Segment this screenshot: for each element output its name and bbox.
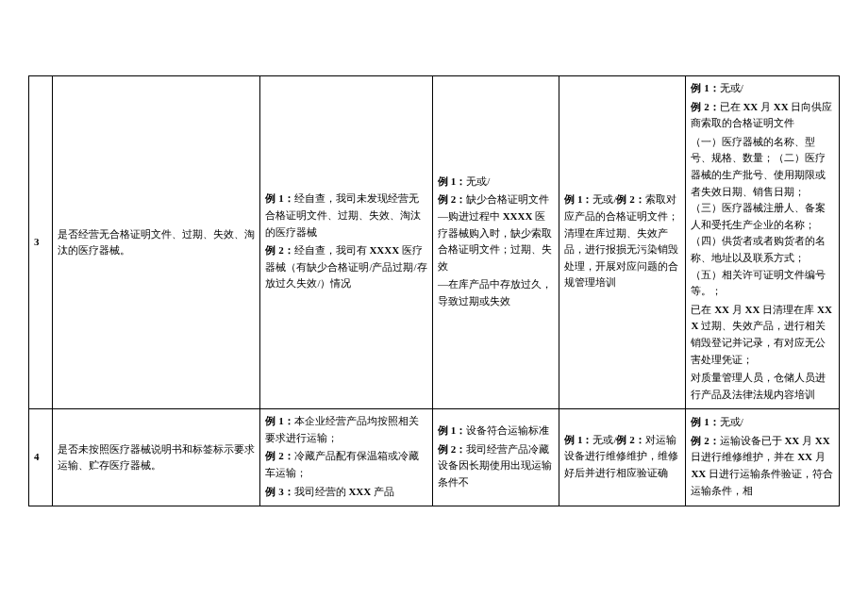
row-number: 4 [29, 409, 53, 506]
question-cell: 是否经营无合格证明文件、过期、失效、淘汰的医疗器械。 [53, 76, 260, 409]
col6-cell: 例 1：无或/ 例 2：运输设备已于 XX 月 XX 日进行维修维护，并在 XX… [686, 409, 840, 506]
col3-cell: 例 1：本企业经营产品均按照相关要求进行运输； 例 2：冷藏产品配有保温箱或冷藏… [260, 409, 432, 506]
row-number: 3 [29, 76, 53, 409]
table-row: 3 是否经营无合格证明文件、过期、失效、淘汰的医疗器械。 例 1：经自查，我司未… [29, 76, 840, 409]
col6-cell: 例 1：无或/ 例 2：已在 XX 月 XX 日向供应商索取的合格证明文件 （一… [686, 76, 840, 409]
document-table: 3 是否经营无合格证明文件、过期、失效、淘汰的医疗器械。 例 1：经自查，我司未… [28, 75, 840, 506]
question-cell: 是否未按照医疗器械说明书和标签标示要求运输、贮存医疗器械。 [53, 409, 260, 506]
col5-cell: 例 1：无或/例 2：索取对应产品的合格证明文件；清理在库过期、失效产品，进行报… [559, 76, 686, 409]
table-row: 4 是否未按照医疗器械说明书和标签标示要求运输、贮存医疗器械。 例 1：本企业经… [29, 409, 840, 506]
col4-cell: 例 1：无或/ 例 2：缺少合格证明文件—购进过程中 XXXX 医疗器械购入时，… [432, 76, 559, 409]
col3-cell: 例 1：经自查，我司未发现经营无合格证明文件、过期、失效、淘汰的医疗器械 例 2… [260, 76, 432, 409]
col5-cell: 例 1：无或/例 2：对运输设备进行维修维护，维修好后并进行相应验证确 [559, 409, 686, 506]
col4-cell: 例 1：设备符合运输标准 例 2：我司经营产品冷藏设备因长期使用出现运输条件不 [432, 409, 559, 506]
